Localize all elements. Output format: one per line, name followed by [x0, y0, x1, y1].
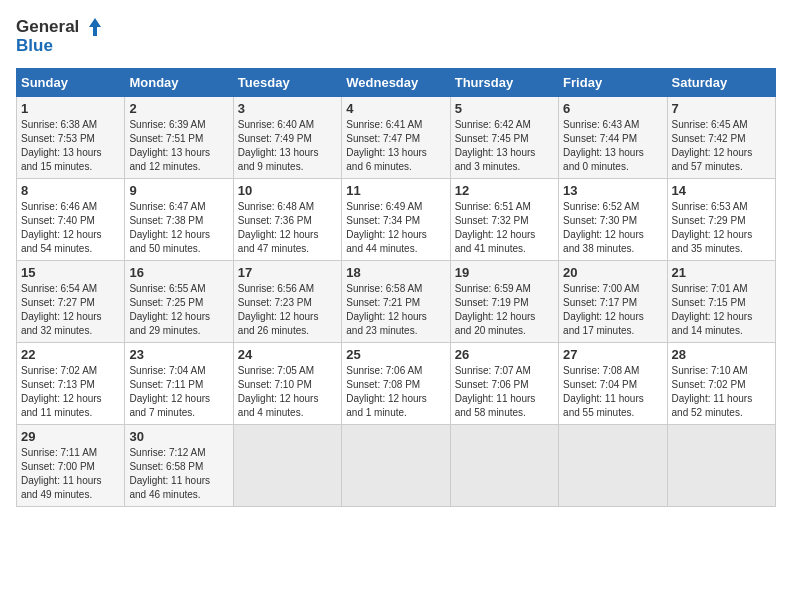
calendar-cell: 8Sunrise: 6:46 AM Sunset: 7:40 PM Daylig… — [17, 179, 125, 261]
day-number: 10 — [238, 183, 337, 198]
calendar-week-row: 15Sunrise: 6:54 AM Sunset: 7:27 PM Dayli… — [17, 261, 776, 343]
day-info: Sunrise: 6:52 AM Sunset: 7:30 PM Dayligh… — [563, 200, 662, 256]
calendar-cell: 23Sunrise: 7:04 AM Sunset: 7:11 PM Dayli… — [125, 343, 233, 425]
day-number: 20 — [563, 265, 662, 280]
day-info: Sunrise: 6:51 AM Sunset: 7:32 PM Dayligh… — [455, 200, 554, 256]
calendar-body: 1Sunrise: 6:38 AM Sunset: 7:53 PM Daylig… — [17, 97, 776, 507]
calendar-cell: 16Sunrise: 6:55 AM Sunset: 7:25 PM Dayli… — [125, 261, 233, 343]
day-info: Sunrise: 7:10 AM Sunset: 7:02 PM Dayligh… — [672, 364, 771, 420]
day-number: 26 — [455, 347, 554, 362]
day-number: 2 — [129, 101, 228, 116]
day-number: 18 — [346, 265, 445, 280]
day-info: Sunrise: 6:55 AM Sunset: 7:25 PM Dayligh… — [129, 282, 228, 338]
calendar-cell: 11Sunrise: 6:49 AM Sunset: 7:34 PM Dayli… — [342, 179, 450, 261]
calendar-week-row: 22Sunrise: 7:02 AM Sunset: 7:13 PM Dayli… — [17, 343, 776, 425]
calendar-cell: 22Sunrise: 7:02 AM Sunset: 7:13 PM Dayli… — [17, 343, 125, 425]
day-number: 16 — [129, 265, 228, 280]
day-info: Sunrise: 6:38 AM Sunset: 7:53 PM Dayligh… — [21, 118, 120, 174]
day-number: 17 — [238, 265, 337, 280]
calendar-cell: 10Sunrise: 6:48 AM Sunset: 7:36 PM Dayli… — [233, 179, 341, 261]
day-info: Sunrise: 6:59 AM Sunset: 7:19 PM Dayligh… — [455, 282, 554, 338]
calendar-cell: 7Sunrise: 6:45 AM Sunset: 7:42 PM Daylig… — [667, 97, 775, 179]
day-number: 19 — [455, 265, 554, 280]
day-number: 4 — [346, 101, 445, 116]
day-info: Sunrise: 6:53 AM Sunset: 7:29 PM Dayligh… — [672, 200, 771, 256]
day-number: 24 — [238, 347, 337, 362]
day-header: Thursday — [450, 69, 558, 97]
calendar-cell: 18Sunrise: 6:58 AM Sunset: 7:21 PM Dayli… — [342, 261, 450, 343]
calendar-cell: 29Sunrise: 7:11 AM Sunset: 7:00 PM Dayli… — [17, 425, 125, 507]
calendar-cell: 30Sunrise: 7:12 AM Sunset: 6:58 PM Dayli… — [125, 425, 233, 507]
calendar-cell: 15Sunrise: 6:54 AM Sunset: 7:27 PM Dayli… — [17, 261, 125, 343]
day-number: 25 — [346, 347, 445, 362]
day-number: 27 — [563, 347, 662, 362]
calendar-cell: 25Sunrise: 7:06 AM Sunset: 7:08 PM Dayli… — [342, 343, 450, 425]
day-info: Sunrise: 7:00 AM Sunset: 7:17 PM Dayligh… — [563, 282, 662, 338]
day-info: Sunrise: 7:08 AM Sunset: 7:04 PM Dayligh… — [563, 364, 662, 420]
day-info: Sunrise: 6:48 AM Sunset: 7:36 PM Dayligh… — [238, 200, 337, 256]
day-number: 9 — [129, 183, 228, 198]
day-number: 8 — [21, 183, 120, 198]
calendar-cell: 26Sunrise: 7:07 AM Sunset: 7:06 PM Dayli… — [450, 343, 558, 425]
day-number: 15 — [21, 265, 120, 280]
day-number: 5 — [455, 101, 554, 116]
day-info: Sunrise: 6:46 AM Sunset: 7:40 PM Dayligh… — [21, 200, 120, 256]
logo-text-general: General — [16, 17, 79, 37]
day-info: Sunrise: 7:05 AM Sunset: 7:10 PM Dayligh… — [238, 364, 337, 420]
day-number: 12 — [455, 183, 554, 198]
day-header: Tuesday — [233, 69, 341, 97]
calendar-cell: 24Sunrise: 7:05 AM Sunset: 7:10 PM Dayli… — [233, 343, 341, 425]
calendar-cell: 19Sunrise: 6:59 AM Sunset: 7:19 PM Dayli… — [450, 261, 558, 343]
calendar-cell — [233, 425, 341, 507]
svg-marker-0 — [89, 18, 101, 36]
day-header: Sunday — [17, 69, 125, 97]
day-number: 11 — [346, 183, 445, 198]
calendar-cell: 27Sunrise: 7:08 AM Sunset: 7:04 PM Dayli… — [559, 343, 667, 425]
calendar-cell: 21Sunrise: 7:01 AM Sunset: 7:15 PM Dayli… — [667, 261, 775, 343]
calendar-cell: 9Sunrise: 6:47 AM Sunset: 7:38 PM Daylig… — [125, 179, 233, 261]
day-number: 30 — [129, 429, 228, 444]
logo: General Blue — [16, 16, 103, 56]
day-number: 23 — [129, 347, 228, 362]
calendar-cell: 6Sunrise: 6:43 AM Sunset: 7:44 PM Daylig… — [559, 97, 667, 179]
calendar-cell: 1Sunrise: 6:38 AM Sunset: 7:53 PM Daylig… — [17, 97, 125, 179]
day-info: Sunrise: 7:12 AM Sunset: 6:58 PM Dayligh… — [129, 446, 228, 502]
calendar-table: SundayMondayTuesdayWednesdayThursdayFrid… — [16, 68, 776, 507]
day-info: Sunrise: 7:06 AM Sunset: 7:08 PM Dayligh… — [346, 364, 445, 420]
calendar-cell: 14Sunrise: 6:53 AM Sunset: 7:29 PM Dayli… — [667, 179, 775, 261]
day-number: 22 — [21, 347, 120, 362]
calendar-cell: 2Sunrise: 6:39 AM Sunset: 7:51 PM Daylig… — [125, 97, 233, 179]
calendar-cell: 17Sunrise: 6:56 AM Sunset: 7:23 PM Dayli… — [233, 261, 341, 343]
day-info: Sunrise: 6:45 AM Sunset: 7:42 PM Dayligh… — [672, 118, 771, 174]
day-number: 6 — [563, 101, 662, 116]
day-info: Sunrise: 6:41 AM Sunset: 7:47 PM Dayligh… — [346, 118, 445, 174]
day-number: 13 — [563, 183, 662, 198]
day-info: Sunrise: 6:39 AM Sunset: 7:51 PM Dayligh… — [129, 118, 228, 174]
calendar-cell: 12Sunrise: 6:51 AM Sunset: 7:32 PM Dayli… — [450, 179, 558, 261]
day-info: Sunrise: 6:47 AM Sunset: 7:38 PM Dayligh… — [129, 200, 228, 256]
day-header: Friday — [559, 69, 667, 97]
day-info: Sunrise: 6:43 AM Sunset: 7:44 PM Dayligh… — [563, 118, 662, 174]
day-info: Sunrise: 6:56 AM Sunset: 7:23 PM Dayligh… — [238, 282, 337, 338]
logo-bird-icon — [81, 16, 103, 38]
calendar-cell: 5Sunrise: 6:42 AM Sunset: 7:45 PM Daylig… — [450, 97, 558, 179]
logo-text-blue: Blue — [16, 36, 53, 56]
calendar-cell — [667, 425, 775, 507]
day-number: 29 — [21, 429, 120, 444]
calendar-cell: 13Sunrise: 6:52 AM Sunset: 7:30 PM Dayli… — [559, 179, 667, 261]
calendar-week-row: 1Sunrise: 6:38 AM Sunset: 7:53 PM Daylig… — [17, 97, 776, 179]
calendar-cell — [342, 425, 450, 507]
calendar-header-row: SundayMondayTuesdayWednesdayThursdayFrid… — [17, 69, 776, 97]
calendar-cell: 28Sunrise: 7:10 AM Sunset: 7:02 PM Dayli… — [667, 343, 775, 425]
day-info: Sunrise: 7:01 AM Sunset: 7:15 PM Dayligh… — [672, 282, 771, 338]
day-info: Sunrise: 7:07 AM Sunset: 7:06 PM Dayligh… — [455, 364, 554, 420]
day-number: 14 — [672, 183, 771, 198]
day-number: 1 — [21, 101, 120, 116]
calendar-week-row: 8Sunrise: 6:46 AM Sunset: 7:40 PM Daylig… — [17, 179, 776, 261]
logo-container: General Blue — [16, 16, 103, 56]
day-number: 3 — [238, 101, 337, 116]
day-info: Sunrise: 6:40 AM Sunset: 7:49 PM Dayligh… — [238, 118, 337, 174]
calendar-cell: 3Sunrise: 6:40 AM Sunset: 7:49 PM Daylig… — [233, 97, 341, 179]
day-number: 28 — [672, 347, 771, 362]
day-header: Saturday — [667, 69, 775, 97]
